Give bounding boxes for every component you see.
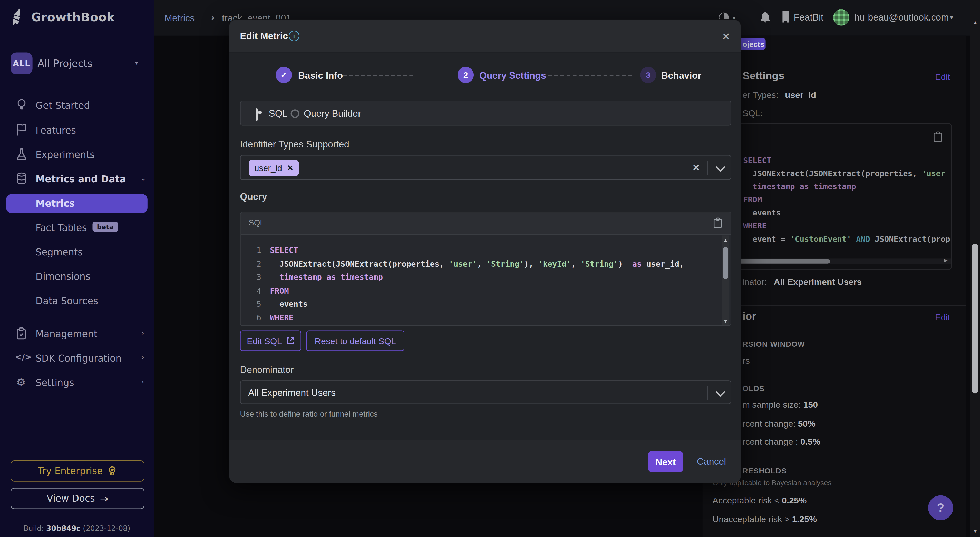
step-1-label[interactable]: Basic Info [298,70,343,81]
project-selector[interactable]: All Projects [37,57,92,69]
scrollbar-down-icon[interactable]: ▼ [972,528,978,534]
sidebar-item-management[interactable]: Management [36,329,97,340]
query-settings-edit-link[interactable]: Edit [935,72,950,82]
horizontal-scrollbar-thumb[interactable] [739,259,830,264]
arrow-right-icon: → [100,493,108,504]
sdk-chevron-right-icon[interactable]: › [141,353,144,362]
edit-sql-button[interactable]: Edit SQL [240,330,301,351]
editor-scrollbar[interactable]: ▲ ▼ [722,235,729,326]
check-icon: ✓ [280,70,287,80]
denominator-select[interactable]: All Experiment Users [240,380,731,404]
horizontal-scrollbar[interactable]: ▶ [739,259,952,264]
sidebar-item-settings[interactable]: Settings [36,377,74,389]
next-button[interactable]: Next [648,451,683,472]
min-change-row: rcent change : 0.5% [742,437,820,446]
sidebar-item-metrics[interactable]: Metrics [6,194,147,213]
editor-scrollbar-down-icon[interactable]: ▼ [723,319,728,324]
identifier-types-select[interactable]: user_id ✕ ✕ [240,155,731,180]
sidebar-item-features[interactable]: Features [36,125,76,136]
sidebar-item-sdk-configuration[interactable]: SDK Configuration [36,353,122,364]
sidebar-item-dimensions[interactable]: Dimensions [36,271,90,282]
select-chevron-down-icon[interactable] [716,162,725,172]
chip-remove-icon[interactable]: ✕ [287,164,294,172]
help-button[interactable]: ? [928,495,953,520]
view-docs-button[interactable]: View Docs → [11,488,144,509]
database-icon [16,172,27,185]
try-enterprise-button[interactable]: Try Enterprise [11,460,144,481]
select-divider [708,161,708,175]
edit-sql-label: Edit SQL [247,336,282,346]
reset-sql-button[interactable]: Reset to default SQL [306,330,404,351]
sidebar-item-data-sources[interactable]: Data Sources [36,296,98,307]
max-change-row: rcent change: 50% [742,418,815,429]
bell-icon[interactable] [760,11,771,23]
flag-icon [16,123,27,136]
sql-label: SQL: [742,108,762,118]
min-change-value: 0.5% [800,437,820,446]
metrics-and-data-chevron-down-icon[interactable]: ⌄ [140,174,146,182]
try-enterprise-label: Try Enterprise [38,466,103,477]
step-connector [548,75,632,76]
select-divider [708,386,708,400]
editor-scrollbar-thumb[interactable] [723,247,728,279]
sidebar-item-get-started[interactable]: Get Started [36,100,90,111]
step-3-circle[interactable]: 3 [640,67,656,83]
behavior-edit-link[interactable]: Edit [935,312,950,323]
sql-editor-code[interactable]: 1SELECT2 JSONExtract(JSONExtract(propert… [249,244,684,324]
org-name-label[interactable]: FeatBit [794,12,824,22]
identifier-types-label: er Types: [742,90,778,100]
sidebar-item-experiments[interactable]: Experiments [36,149,95,160]
settings-chevron-right-icon[interactable]: › [141,377,144,386]
copy-icon[interactable] [933,131,943,142]
build-date: (2023-12-08) [83,524,130,533]
step-2-circle[interactable]: 2 [458,67,474,83]
project-caret-down-icon[interactable]: ▾ [135,59,138,66]
denominator-preview-value: All Experiment Users [774,277,862,287]
select-chevron-down-icon[interactable] [716,387,725,397]
logo-text[interactable]: GrowthBook [31,10,115,24]
sidebar-item-segments[interactable]: Segments [36,247,83,258]
max-change-value: 50% [798,418,816,429]
step-1-circle[interactable]: ✓ [275,67,292,83]
step-2-label[interactable]: Query Settings [479,70,546,81]
app-root: Metrics › track_event_001 ▾ FeatBit hu-b… [0,0,980,537]
copy-icon[interactable] [713,218,722,229]
growthbook-logo-icon [11,8,26,27]
breadcrumb-metrics-link[interactable]: Metrics [164,13,195,23]
scrollbar-right-icon[interactable]: ▶ [944,257,948,263]
sidebar-item-metrics-and-data[interactable]: Metrics and Data [36,174,126,185]
close-icon[interactable]: ✕ [722,30,730,42]
page-scrollbar-thumb[interactable] [972,244,978,394]
clipboard-check-icon [16,327,26,340]
acceptable-risk-value: 0.25% [782,495,807,505]
identifier-types-value: user_id [785,90,816,100]
sidebar-item-fact-tables[interactable]: Fact Tables [36,222,87,234]
step-3-label[interactable]: Behavior [661,70,701,81]
gear-icon: ⚙ [16,376,25,389]
denominator-help-text: Use this to define ratio or funnel metri… [240,410,377,418]
project-badge[interactable]: ALL [11,52,32,75]
medal-icon [108,466,117,476]
info-icon[interactable]: i [289,30,299,41]
min-change-label: rcent change : [742,437,800,446]
user-email-label[interactable]: hu-beau@outlook.com [854,12,949,22]
avatar[interactable] [833,10,850,25]
management-chevron-right-icon[interactable]: › [141,329,144,337]
cancel-button[interactable]: Cancel [697,456,726,467]
scrollbar-up-icon[interactable]: ▲ [972,19,978,25]
editor-scrollbar-up-icon[interactable]: ▲ [723,238,728,243]
org-building-icon[interactable] [781,11,790,22]
user-menu-caret-down-icon[interactable]: ▾ [950,14,953,21]
sample-size-row: m sample size: 150 [742,400,818,410]
query-builder-radio-label[interactable]: Query Builder [304,108,361,119]
modal-title: Edit Metric [240,30,288,41]
sql-preview-panel: SELECT JSONExtract(JSONExtract(propertie… [738,123,952,270]
sidebar: GrowthBook ALL All Projects ▾ Get Starte… [0,0,154,537]
identifier-chip-label: user_id [254,164,282,173]
query-builder-radio[interactable] [291,109,299,118]
sql-radio-label[interactable]: SQL [269,108,287,119]
external-link-icon [286,337,294,345]
sql-radio[interactable] [256,108,258,121]
sidebar-item-metrics-label: Metrics [36,198,75,209]
clear-icon[interactable]: ✕ [693,162,700,172]
